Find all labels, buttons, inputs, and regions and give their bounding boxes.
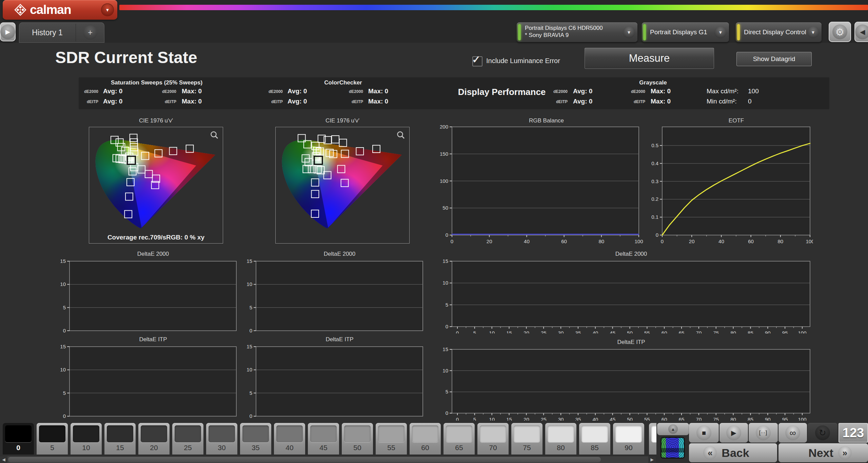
pattern-step-button[interactable]: 30 bbox=[206, 423, 237, 455]
pattern-swatch bbox=[175, 425, 201, 442]
pattern-step-button[interactable]: 10 bbox=[71, 423, 102, 455]
svg-text:65: 65 bbox=[679, 330, 685, 333]
svg-text:90: 90 bbox=[765, 417, 771, 421]
settings-button[interactable]: ⚙ bbox=[829, 22, 851, 42]
pattern-swatch bbox=[480, 425, 506, 442]
svg-text:20: 20 bbox=[487, 238, 492, 244]
max-luminance-label: Max cd/m²: bbox=[707, 88, 738, 95]
collapse-panel-button[interactable]: ◀ bbox=[854, 22, 868, 42]
svg-text:0.4: 0.4 bbox=[651, 160, 658, 166]
stop-button[interactable]: ■ bbox=[689, 423, 719, 443]
metric-label: dEITP bbox=[527, 99, 568, 104]
step-range-icon: [··] bbox=[756, 425, 771, 440]
deitp-chart-colorchecker: DeltaE ITP 051015 bbox=[237, 334, 426, 421]
refresh-button[interactable]: ↻ bbox=[808, 423, 837, 443]
pattern-step-label: 70 bbox=[477, 444, 509, 452]
display-control-status-bar bbox=[737, 24, 740, 40]
add-tab-button[interactable]: + bbox=[76, 22, 104, 43]
de2000-plot: 0510150510152025303540455055606570758085… bbox=[433, 249, 813, 333]
deitp-chart-saturation: DeltaE ITP 051015 bbox=[51, 334, 239, 421]
pattern-step-button[interactable]: 50 bbox=[342, 423, 373, 455]
svg-text:5: 5 bbox=[250, 305, 252, 310]
pattern-step-label: 45 bbox=[308, 444, 339, 452]
grayscale-title: Grayscale bbox=[612, 79, 694, 86]
svg-text:15: 15 bbox=[60, 344, 66, 349]
cie-chart-colorchecker: CIE 1976 u'v' bbox=[275, 115, 410, 244]
top-bar: calman ▼ ▶ History 1 + Portrait Displays… bbox=[0, 0, 868, 43]
back-button[interactable]: « Back bbox=[689, 443, 777, 462]
pattern-panel-up-button[interactable]: ▲ bbox=[657, 423, 689, 435]
svg-text:10: 10 bbox=[60, 281, 66, 287]
calman-menu-button[interactable]: calman ▼ bbox=[3, 0, 117, 20]
display-control-dropdown[interactable]: Direct Display Control ▼ bbox=[736, 22, 822, 42]
meter-status-bar bbox=[518, 24, 521, 40]
next-button[interactable]: Next » bbox=[778, 443, 868, 462]
pattern-preview-thumbnail[interactable] bbox=[660, 437, 685, 459]
svg-text:80: 80 bbox=[730, 417, 736, 421]
pattern-step-button[interactable]: 80 bbox=[545, 423, 576, 455]
pattern-step-button[interactable]: 0 bbox=[3, 423, 34, 455]
expand-tabs-button[interactable]: ▶ bbox=[0, 22, 16, 41]
pattern-step-button[interactable]: 75 bbox=[511, 423, 542, 455]
svg-text:150: 150 bbox=[440, 151, 448, 157]
pattern-step-button[interactable]: 55 bbox=[376, 423, 407, 455]
magnifier-icon[interactable] bbox=[396, 131, 405, 139]
chart-title: CIE 1976 u'v' bbox=[275, 117, 410, 124]
pattern-swatch bbox=[412, 425, 438, 442]
pattern-step-label: 35 bbox=[240, 444, 271, 452]
scroll-left-button[interactable]: ◀ bbox=[0, 456, 7, 463]
pattern-step-button[interactable]: 20 bbox=[138, 423, 170, 455]
svg-text:10: 10 bbox=[246, 281, 252, 287]
step-range-button[interactable]: [··] bbox=[749, 423, 778, 443]
pattern-swatch bbox=[276, 425, 303, 442]
scroll-right-button[interactable]: ▶ bbox=[648, 456, 656, 463]
pattern-step-button[interactable]: 5 bbox=[37, 423, 68, 455]
chevron-down-icon: ▼ bbox=[714, 26, 727, 38]
svg-text:60: 60 bbox=[662, 330, 667, 333]
pattern-step-button[interactable]: 65 bbox=[443, 423, 475, 455]
pattern-step-button[interactable]: 40 bbox=[274, 423, 305, 455]
metric-label: dE2000 bbox=[136, 89, 176, 94]
svg-text:0.1: 0.1 bbox=[651, 214, 658, 220]
tab-history-1[interactable]: History 1 + bbox=[19, 22, 104, 43]
svg-text:0: 0 bbox=[451, 238, 453, 244]
chevron-down-icon[interactable]: ▼ bbox=[101, 3, 114, 16]
pattern-step-button[interactable]: 85 bbox=[579, 423, 610, 455]
pattern-step-button[interactable]: 90 bbox=[613, 423, 644, 455]
include-luminance-label[interactable]: Include Luminance Error bbox=[486, 57, 560, 65]
pattern-swatch bbox=[615, 425, 642, 442]
pattern-step-button[interactable]: 70 bbox=[477, 423, 509, 455]
metric-value: Avg: 0 bbox=[573, 98, 592, 105]
metric-value: Max: 0 bbox=[368, 88, 388, 95]
cie-plot-area: Coverage rec.709/sRGB: 0 % xy bbox=[89, 127, 223, 244]
svg-text:0: 0 bbox=[250, 413, 252, 419]
svg-text:100: 100 bbox=[798, 330, 806, 333]
measurement-counter: 123 bbox=[839, 423, 868, 443]
pattern-step-button[interactable]: 60 bbox=[410, 423, 441, 455]
measure-button[interactable]: Measure bbox=[585, 48, 714, 69]
metric-value: Max: 0 bbox=[368, 98, 388, 105]
pattern-step-label: 20 bbox=[138, 444, 170, 452]
metric-label: dE2000 bbox=[242, 89, 283, 94]
meter-dropdown[interactable]: Portrait Displays C6 HDR5000 * Sony BRAV… bbox=[517, 22, 637, 42]
pattern-step-button[interactable]: 35 bbox=[240, 423, 271, 455]
svg-text:5: 5 bbox=[446, 302, 448, 308]
chevron-down-icon: ▼ bbox=[623, 26, 635, 38]
pattern-step-button[interactable]: 45 bbox=[308, 423, 339, 455]
include-luminance-checkbox[interactable]: ✓ bbox=[472, 56, 482, 66]
play-button[interactable]: ▶ bbox=[719, 423, 748, 443]
pattern-step-button[interactable]: 25 bbox=[172, 423, 203, 455]
loop-button[interactable]: ∞ bbox=[778, 423, 807, 443]
de2000-plot: 051015 bbox=[51, 249, 239, 333]
pattern-swatch bbox=[5, 425, 32, 442]
svg-text:80: 80 bbox=[730, 330, 736, 333]
source-dropdown[interactable]: Portrait Displays G1 ▼ bbox=[642, 22, 729, 42]
magnifier-icon[interactable] bbox=[210, 131, 219, 139]
page-title: SDR Current State bbox=[55, 48, 197, 67]
show-datagrid-button[interactable]: Show Datagrid bbox=[736, 52, 812, 66]
pattern-step-button-partial[interactable] bbox=[649, 423, 656, 455]
scrollbar-thumb[interactable] bbox=[8, 457, 601, 462]
cie-gamut-plot bbox=[276, 127, 409, 243]
pattern-step-button[interactable]: 15 bbox=[104, 423, 136, 455]
pattern-scrollbar[interactable]: ◀ ▶ bbox=[0, 456, 656, 463]
